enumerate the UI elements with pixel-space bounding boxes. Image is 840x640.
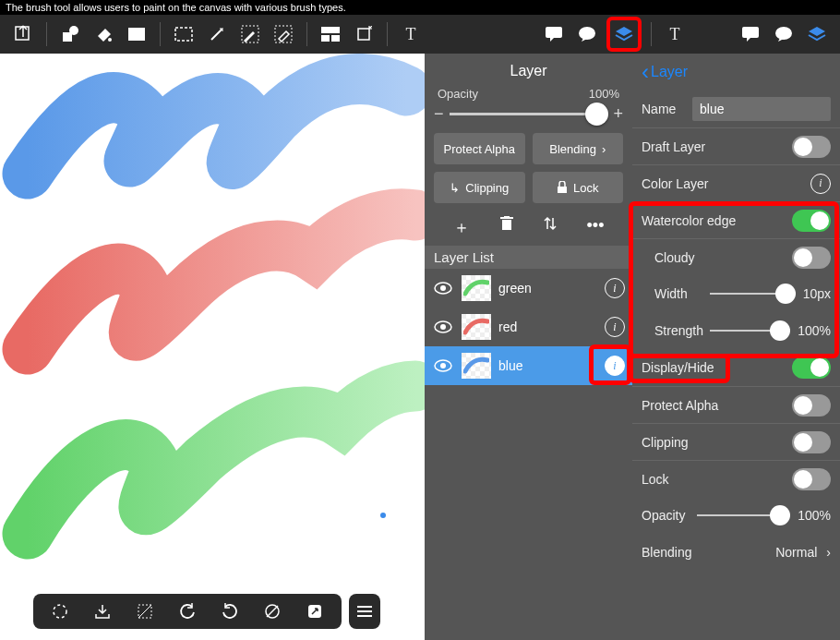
lock-row[interactable]: Lock	[632, 460, 840, 497]
eraser-select-icon[interactable]	[270, 20, 297, 48]
clip-arrow-icon: ↳	[450, 181, 460, 195]
marquee-tool-icon[interactable]	[170, 20, 198, 48]
chevron-right-icon: ›	[826, 545, 831, 560]
protect-toggle[interactable]	[792, 394, 831, 417]
fill-tool-icon[interactable]	[90, 20, 117, 48]
clipping-button[interactable]: ↳Clipping	[434, 172, 525, 203]
top-toolbar: T T	[0, 15, 840, 54]
strength-row[interactable]: Strength 100%	[632, 312, 840, 349]
layer-info-icon[interactable]: i	[605, 278, 625, 298]
svg-rect-27	[502, 220, 511, 230]
back-button[interactable]: ‹ Layer	[632, 54, 840, 91]
panel-layout-icon[interactable]	[317, 20, 344, 48]
layer-panel: Layer Opacity 100% − + Protect Alpha Ble…	[425, 54, 632, 640]
watercolor-edge-row[interactable]: Watercolor edge	[632, 201, 840, 238]
transform-icon[interactable]	[350, 20, 378, 48]
layer-thumb	[462, 353, 491, 379]
svg-point-31	[440, 285, 446, 291]
menu-icon[interactable]	[349, 594, 380, 629]
plus-icon[interactable]: +	[613, 104, 623, 124]
lock-button[interactable]: Lock	[533, 172, 624, 203]
clipping-toggle[interactable]	[792, 431, 831, 453]
display-toggle[interactable]	[792, 356, 831, 379]
svg-rect-12	[546, 27, 562, 38]
lock-icon	[557, 181, 568, 194]
layer-row-green[interactable]: green i	[425, 269, 632, 308]
name-row: Name	[632, 91, 840, 127]
crop-icon[interactable]	[131, 598, 159, 625]
svg-line-19	[138, 605, 151, 618]
opacity-value: 100%	[589, 87, 619, 101]
toolbar-divider	[306, 22, 307, 46]
svg-rect-26	[558, 187, 567, 193]
layer-row-red[interactable]: red i	[425, 308, 632, 346]
text-tool-icon[interactable]: T	[397, 20, 425, 48]
lock-toggle[interactable]	[792, 468, 831, 490]
layer-info-icon[interactable]: i	[605, 317, 625, 337]
info-icon[interactable]: i	[810, 174, 831, 194]
rect-tool-icon[interactable]	[123, 20, 150, 48]
layer-thumb	[462, 275, 491, 301]
pen-select-icon[interactable]	[236, 20, 264, 48]
layer-row-blue[interactable]: blue i	[425, 346, 632, 385]
layer-thumb	[462, 314, 491, 340]
layer-name: blue	[498, 358, 522, 373]
lasso-icon[interactable]	[46, 598, 74, 625]
no-preview-icon[interactable]	[258, 598, 286, 625]
blending-button[interactable]: Blending›	[533, 133, 624, 164]
color-layer-row[interactable]: Color Layer i	[632, 164, 840, 201]
layer-details-panel: ‹ Layer Name Draft Layer Color Layer i W…	[632, 54, 840, 640]
protect-alpha-button[interactable]: Protect Alpha	[434, 133, 525, 164]
minus-icon[interactable]: −	[434, 104, 444, 124]
reorder-icon[interactable]	[544, 216, 557, 238]
svg-rect-29	[504, 216, 510, 218]
svg-point-33	[440, 324, 446, 330]
cloudy-toggle[interactable]	[792, 247, 831, 269]
clipping-row[interactable]: Clipping	[632, 423, 840, 460]
export-icon[interactable]	[9, 20, 37, 48]
delete-layer-icon[interactable]	[500, 216, 513, 238]
import-icon[interactable]	[89, 598, 116, 625]
layers-icon[interactable]	[606, 17, 642, 52]
toolbar-divider	[651, 22, 652, 46]
undo-icon[interactable]	[174, 598, 201, 625]
layer-name: red	[498, 320, 517, 334]
display-hide-row[interactable]: Display/Hide	[632, 349, 840, 386]
protect-alpha-row[interactable]: Protect Alpha	[632, 386, 840, 423]
visibility-icon[interactable]	[434, 359, 454, 372]
chat-2-icon[interactable]	[770, 20, 798, 48]
wand-tool-icon[interactable]	[203, 20, 231, 48]
svg-rect-9	[321, 35, 330, 42]
shape-tool-icon[interactable]	[56, 20, 84, 48]
layer-name-input[interactable]	[692, 97, 831, 121]
comment-2-icon[interactable]	[737, 20, 764, 48]
wce-toggle[interactable]	[792, 210, 831, 232]
visibility-icon[interactable]	[434, 320, 454, 333]
layer-name: green	[498, 281, 532, 296]
visibility-icon[interactable]	[434, 282, 454, 295]
cloudy-row[interactable]: Cloudy	[632, 238, 840, 275]
tooltip-bar: The brush tool allows users to paint on …	[0, 0, 840, 15]
draft-toggle[interactable]	[792, 136, 831, 158]
blending-row[interactable]: Blending Normal›	[632, 534, 840, 571]
text-tool-2-icon[interactable]: T	[661, 20, 689, 48]
width-row[interactable]: Width 10px	[632, 275, 840, 312]
opacity-detail-row[interactable]: Opacity 100%	[632, 497, 840, 534]
svg-rect-10	[331, 35, 340, 42]
add-layer-icon[interactable]: ＋	[453, 216, 470, 238]
layer-info-icon[interactable]: i	[605, 356, 625, 376]
draft-layer-row[interactable]: Draft Layer	[632, 127, 840, 164]
opacity-slider[interactable]: − +	[425, 101, 632, 133]
redo-icon[interactable]	[216, 598, 244, 625]
more-icon[interactable]: •••	[587, 216, 605, 238]
layer-list-header: Layer List	[425, 246, 632, 269]
fullscreen-icon[interactable]	[301, 598, 329, 625]
bottom-toolbar	[33, 594, 342, 629]
svg-point-2	[69, 26, 78, 35]
canvas-area[interactable]	[0, 54, 425, 640]
chat-icon[interactable]	[573, 20, 601, 48]
chevron-left-icon: ‹	[642, 66, 649, 78]
comment-icon[interactable]	[540, 20, 568, 48]
layers-2-icon[interactable]	[803, 20, 831, 48]
toolbar-divider	[160, 22, 161, 46]
